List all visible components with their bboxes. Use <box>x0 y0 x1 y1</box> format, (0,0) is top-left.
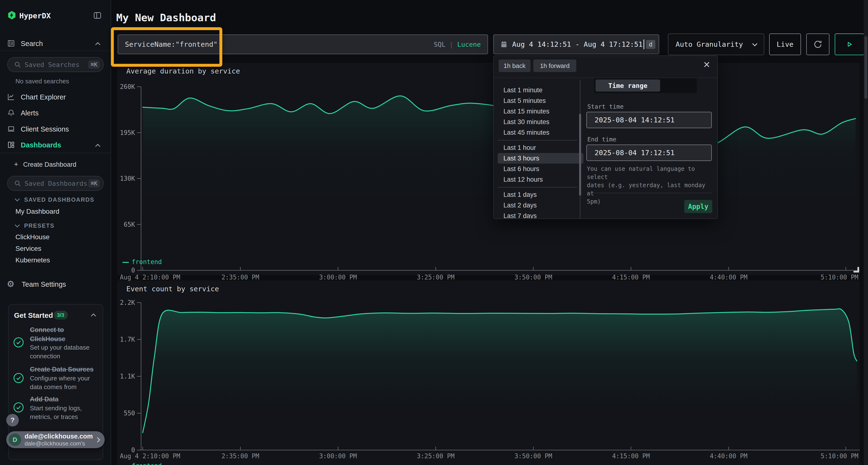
svg-text:5:10:00 PM: 5:10:00 PM <box>820 453 858 460</box>
time-picker-popover: 1h back 1h forward ✕ Last 1 minuteLast 5… <box>493 56 718 219</box>
natural-language-hint: You can use natural language to select d… <box>587 165 712 206</box>
relative-option[interactable]: Last 45 minutes <box>498 127 584 138</box>
relative-option[interactable]: Last 1 days <box>498 189 584 200</box>
end-time-value: 2025-08-04 17:12:51 <box>595 148 675 157</box>
legend-frontend[interactable]: frontend <box>123 258 162 266</box>
relative-option[interactable]: Last 1 hour <box>498 142 584 153</box>
help-button[interactable]: ? <box>6 414 19 427</box>
start-time-label: Start time <box>587 103 624 110</box>
svg-text:4:15:00 PM: 4:15:00 PM <box>612 453 650 460</box>
close-icon[interactable]: ✕ <box>703 60 710 70</box>
relative-option[interactable]: Last 2 days <box>498 200 584 210</box>
legend-line-swatch <box>123 262 129 263</box>
relative-option[interactable]: Last 1 minute <box>498 85 584 95</box>
shift-forward-button[interactable]: 1h forward <box>533 60 576 72</box>
start-time-input[interactable]: 2025-08-04 14:12:51 <box>586 112 712 128</box>
user-org: dale@clickhouse.com's <box>25 440 93 447</box>
end-time-input[interactable]: 2025-08-04 17:12:51 <box>586 144 712 161</box>
divider <box>498 140 577 140</box>
relative-option[interactable]: Last 3 hours <box>498 153 584 164</box>
avatar: D <box>9 433 21 446</box>
tab-time-range[interactable]: Time range <box>595 79 660 92</box>
svg-text:1.1K: 1.1K <box>120 373 135 380</box>
relative-option[interactable]: Last 7 days <box>498 210 584 219</box>
svg-text:1.7K: 1.7K <box>120 336 135 343</box>
svg-text:3:00:00 PM: 3:00:00 PM <box>319 453 357 460</box>
end-time-label: End time <box>587 136 616 143</box>
picker-tabs: Time range Around a time <box>594 78 697 93</box>
user-email: dale@clickhouse.com <box>25 433 93 440</box>
svg-text:3:25:00 PM: 3:25:00 PM <box>417 453 455 460</box>
panel-resize-handle[interactable] <box>854 267 859 272</box>
relative-option[interactable]: Last 12 hours <box>498 174 584 185</box>
apply-button[interactable]: Apply <box>684 200 712 213</box>
relative-option[interactable]: Last 30 minutes <box>498 117 584 127</box>
svg-text:Aug 4 2:10:00 PM: Aug 4 2:10:00 PM <box>120 453 180 460</box>
relative-option[interactable]: Last 5 minutes <box>498 95 584 106</box>
svg-text:2.2K: 2.2K <box>120 299 135 306</box>
apply-label: Apply <box>688 203 708 210</box>
relative-option[interactable]: Last 6 hours <box>498 164 584 174</box>
chevron-right-icon <box>95 437 100 442</box>
divider <box>498 187 577 188</box>
question-mark-icon: ? <box>10 416 14 424</box>
relative-option[interactable]: Last 15 minutes <box>498 106 584 117</box>
event-count-chart[interactable]: 05501.1K1.7K2.2KAug 4 2:10:00 PM2:35:00 … <box>0 0 868 465</box>
start-time-value: 2025-08-04 14:12:51 <box>595 116 675 124</box>
svg-text:3:50:00 PM: 3:50:00 PM <box>515 453 552 460</box>
options-scroll-thumb[interactable] <box>579 114 581 196</box>
annotation-highlight-box <box>111 27 222 67</box>
shift-back-button[interactable]: 1h back <box>499 60 530 72</box>
legend-frontend[interactable]: frontend <box>123 462 162 465</box>
svg-text:550: 550 <box>124 409 135 417</box>
svg-text:2:35:00 PM: 2:35:00 PM <box>222 453 259 460</box>
svg-text:4:40:00 PM: 4:40:00 PM <box>710 453 748 460</box>
divider <box>586 193 712 193</box>
user-menu[interactable]: D dale@clickhouse.com dale@clickhouse.co… <box>6 431 105 448</box>
